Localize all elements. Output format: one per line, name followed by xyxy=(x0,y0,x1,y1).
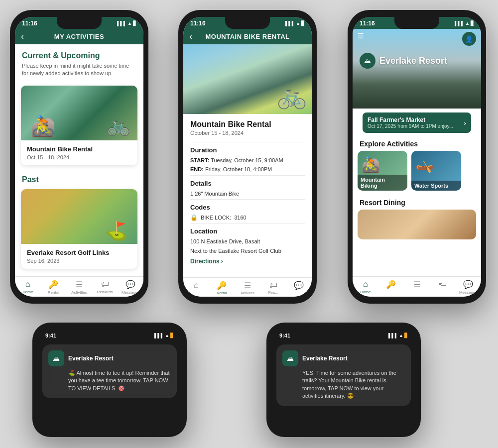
tab-messages-1[interactable]: 💬 Messages xyxy=(118,280,143,295)
tab-rewards-3[interactable]: 🏷 xyxy=(430,280,456,295)
tab-activities-1[interactable]: ☰ Activities xyxy=(66,280,92,295)
resort-hero-top: ☰ 👤 xyxy=(353,29,481,49)
location-line1: 100 N Eastlake Drive, Basalt xyxy=(190,238,305,245)
battery-icon-2: ▊ xyxy=(301,21,305,26)
list-icon-3: ☰ xyxy=(413,280,420,289)
tab-key-3[interactable]: 🔑 xyxy=(378,280,404,295)
profile-icon[interactable]: 👤 xyxy=(462,32,476,46)
duration-label: Duration xyxy=(190,142,305,154)
notif-app-name-1: Everlake Resort xyxy=(68,355,114,362)
phone-notification-2: 9:41 ▌▌▌ ▲ ▊ ⛰ Everlake Resort YES! Time… xyxy=(266,323,421,437)
promo-text: Fall Farmer's Market Oct 17, 2025 from 9… xyxy=(368,116,453,129)
bike-lock-name: BIKE LOCK: xyxy=(201,215,231,221)
details-label: Details xyxy=(190,175,305,187)
location-line2: Next to the Eastlake Resort Golf Club xyxy=(190,247,305,255)
tab-rewards-1[interactable]: 🏷 Rewards xyxy=(92,280,118,295)
duration-start: START: Tuesday, October 15, 9:00AM xyxy=(190,157,305,164)
tab-bar-1: ⌂ Home 🔑 Rental ☰ Activities 🏷 Rewards xyxy=(15,276,143,297)
notif-wifi-icon-2: ▲ xyxy=(399,333,403,338)
tab-home-1[interactable]: ⌂ Home xyxy=(15,280,41,295)
bike-tile-label: MountainBiking xyxy=(358,175,407,191)
phone-bike-detail: 11:16 ▌▌▌ ▲ ▊ ‹ MOUNTAIN BIKE RENTAL xyxy=(178,10,317,304)
tag-icon-1: 🏷 xyxy=(101,280,109,289)
msg-icon-2: 💬 xyxy=(294,281,304,290)
tab-rewards-label-2: Rew... xyxy=(268,291,278,294)
dining-title: Resort Dining xyxy=(353,196,481,210)
tab-messages-2[interactable]: 💬 xyxy=(286,281,312,295)
directions-link[interactable]: Directions › xyxy=(190,258,305,265)
duration-end: END: Friday, October 18, 4:00PM xyxy=(190,166,305,173)
time-3: 11:16 xyxy=(360,20,375,27)
notif-time-1: 9:41 xyxy=(45,333,56,338)
tab-key-2[interactable]: 🔑 Rental xyxy=(209,281,235,295)
tab-messages-label-3: Messages xyxy=(459,290,477,295)
list-icon-2: ☰ xyxy=(244,281,251,290)
codes-label: Codes xyxy=(190,199,305,211)
notif-app-name-2: Everlake Resort xyxy=(302,355,348,362)
screen-notification-1: 9:41 ▌▌▌ ▲ ▊ ⛰ Everlake Resort ⛳ Almost … xyxy=(36,328,183,432)
msg-icon-1: 💬 xyxy=(125,280,135,289)
signal-bars-icon: ▌▌▌ xyxy=(117,21,126,26)
directions-arrow-icon: › xyxy=(221,258,223,265)
back-button-2[interactable]: ‹ xyxy=(189,31,193,42)
location-label: Location xyxy=(190,223,305,235)
notification-card-2[interactable]: ⛰ Everlake Resort YES! Time for some adv… xyxy=(276,344,411,406)
notif-battery-icon-2: ▊ xyxy=(404,333,408,338)
tab-rewards-2[interactable]: 🏷 Rew... xyxy=(260,281,286,295)
dining-image xyxy=(358,210,476,239)
screen-bike-detail: 11:16 ▌▌▌ ▲ ▊ ‹ MOUNTAIN BIKE RENTAL xyxy=(183,17,312,297)
tab-home-label-1: Home xyxy=(22,290,33,294)
signal-bars-icon-3: ▌▌▌ xyxy=(455,21,464,26)
tab-bar-3: ⌂ Home 🔑 ☰ 🏷 💬 Messages xyxy=(353,276,481,297)
promo-banner[interactable]: Fall Farmer's Market Oct 17, 2025 from 9… xyxy=(363,112,471,133)
promo-subtitle: Oct 17, 2025 from 9AM to 1PM enjoy... xyxy=(368,123,453,129)
promo-title: Fall Farmer's Market xyxy=(368,116,453,123)
phone-notification-1: 9:41 ▌▌▌ ▲ ▊ ⛰ Everlake Resort ⛳ Almost … xyxy=(32,323,187,437)
explore-title: Explore Activities xyxy=(353,135,481,151)
notif-signal-icon: ▌▌▌ xyxy=(154,333,164,338)
notif-app-icon-2: ⛰ xyxy=(282,350,298,366)
bike-lock-row: 🔒 BIKE LOCK: 3160 xyxy=(190,214,305,221)
tab-home-3[interactable]: ⌂ Home xyxy=(353,280,378,295)
tab-activities-3[interactable]: ☰ xyxy=(404,280,430,295)
key-icon-2: 🔑 xyxy=(217,281,227,290)
nav-header-2: ‹ MOUNTAIN BIKE RENTAL xyxy=(183,29,312,44)
bike-activity-tile[interactable]: 🚵 MountainBiking xyxy=(358,151,407,191)
detail-title: Mountain Bike Rental xyxy=(190,120,305,129)
notification-card-1[interactable]: ⛰ Everlake Resort ⛳ Almost time to tee i… xyxy=(42,344,177,398)
tab-activities-2[interactable]: ☰ Activities xyxy=(235,281,260,295)
notif-battery-icon: ▊ xyxy=(170,333,174,338)
bike-card-info: Mountain Bike Rental Oct 15 - 18, 2024 xyxy=(21,140,137,165)
golf-activity-card[interactable]: Everlake Resort Golf Links Sep 16, 2023 xyxy=(21,189,137,269)
tab-home-2[interactable]: ⌂ xyxy=(183,281,209,295)
signal-bars-icon-2: ▌▌▌ xyxy=(285,21,295,26)
golf-card-date: Sep 16, 2023 xyxy=(27,258,131,264)
bike-card-title: Mountain Bike Rental xyxy=(27,145,131,153)
page-title-2: MOUNTAIN BIKE RENTAL xyxy=(205,33,289,40)
tab-activities-label-1: Activities xyxy=(71,290,87,295)
menu-icon[interactable]: ☰ xyxy=(358,32,364,46)
tab-messages-3[interactable]: 💬 Messages xyxy=(455,280,481,295)
past-section-title: Past xyxy=(15,168,143,186)
screen-notification-2: 9:41 ▌▌▌ ▲ ▊ ⛰ Everlake Resort YES! Time… xyxy=(270,328,417,432)
msg-icon-3: 💬 xyxy=(463,280,473,289)
bike-card-image xyxy=(21,86,137,140)
mountain-background xyxy=(183,44,312,114)
screen-my-activities: 11:16 ▌▌▌ ▲ ▊ ‹ MY ACTIVITIES Current & … xyxy=(15,17,143,297)
back-button-1[interactable]: ‹ xyxy=(21,31,24,42)
bike-activity-card[interactable]: Mountain Bike Rental Oct 15 - 18, 2024 xyxy=(21,86,137,165)
tab-key-1[interactable]: 🔑 Rental xyxy=(41,280,67,295)
key-icon-3: 🔑 xyxy=(386,280,396,289)
golf-card-title: Everlake Resort Golf Links xyxy=(27,249,131,256)
home-icon-1: ⌂ xyxy=(25,280,30,289)
notif-body-1: ⛳ Almost time to tee it up! Reminder tha… xyxy=(48,369,171,392)
resort-body: Fall Farmer's Market Oct 17, 2025 from 9… xyxy=(353,109,481,276)
tag-icon-3: 🏷 xyxy=(439,280,447,289)
tab-home-label-3: Home xyxy=(360,290,371,294)
bike-card-date: Oct 15 - 18, 2024 xyxy=(27,154,131,160)
phone-my-activities: 11:16 ▌▌▌ ▲ ▊ ‹ MY ACTIVITIES Current & … xyxy=(10,10,148,304)
activity-grid: 🚵 MountainBiking 🛶 Water Sports xyxy=(353,151,481,196)
resort-brand: ⛰ Everlake Resort xyxy=(353,49,481,73)
notif-signal-2: ▌▌▌ ▲ ▊ xyxy=(388,333,408,338)
water-activity-tile[interactable]: 🛶 Water Sports xyxy=(411,151,461,191)
